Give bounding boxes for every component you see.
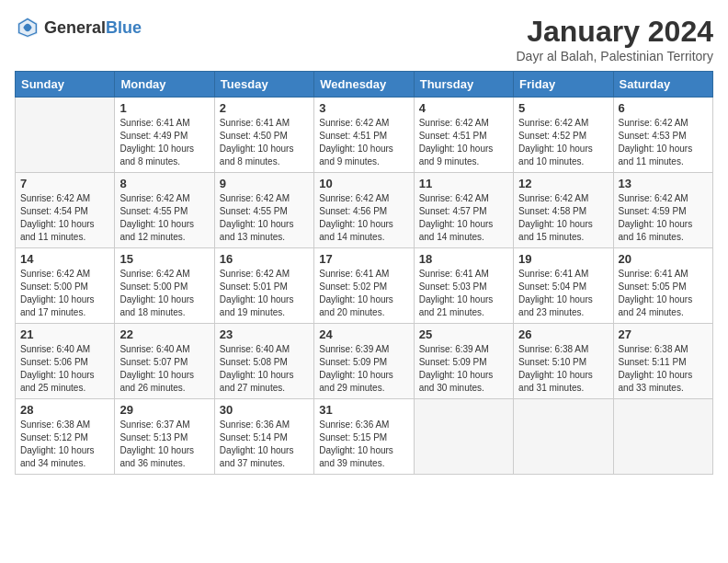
- day-number: 8: [119, 177, 209, 190]
- calendar-cell: 30Sunrise: 6:36 AM Sunset: 5:14 PM Dayli…: [214, 399, 313, 475]
- page-header: General Blue January 2024 Dayr al Balah,…: [15, 15, 713, 63]
- calendar-cell: 3Sunrise: 6:42 AM Sunset: 4:51 PM Daylig…: [314, 98, 414, 173]
- day-info: Sunrise: 6:38 AM Sunset: 5:12 PM Dayligh…: [20, 419, 109, 470]
- day-info: Sunrise: 6:42 AM Sunset: 5:01 PM Dayligh…: [220, 268, 309, 319]
- calendar-cell: 18Sunrise: 6:41 AM Sunset: 5:03 PM Dayli…: [414, 248, 513, 324]
- calendar-week-row: 21Sunrise: 6:40 AM Sunset: 5:06 PM Dayli…: [16, 324, 713, 399]
- day-number: 5: [518, 101, 608, 115]
- calendar-cell: 7Sunrise: 6:42 AM Sunset: 4:54 PM Daylig…: [16, 173, 115, 248]
- day-number: 10: [319, 177, 408, 190]
- day-info: Sunrise: 6:41 AM Sunset: 5:02 PM Dayligh…: [319, 268, 408, 319]
- day-number: 27: [619, 327, 708, 341]
- calendar-cell: 8Sunrise: 6:42 AM Sunset: 4:55 PM Daylig…: [115, 173, 214, 248]
- day-info: Sunrise: 6:40 AM Sunset: 5:08 PM Dayligh…: [220, 343, 309, 395]
- calendar-cell: 22Sunrise: 6:40 AM Sunset: 5:07 PM Dayli…: [115, 324, 214, 399]
- calendar-cell: 27Sunrise: 6:38 AM Sunset: 5:11 PM Dayli…: [613, 324, 712, 399]
- logo-text-general: General: [44, 18, 106, 38]
- day-info: Sunrise: 6:37 AM Sunset: 5:13 PM Dayligh…: [119, 419, 209, 470]
- day-info: Sunrise: 6:42 AM Sunset: 4:58 PM Dayligh…: [518, 192, 608, 244]
- day-info: Sunrise: 6:42 AM Sunset: 4:57 PM Dayligh…: [419, 192, 508, 244]
- day-number: 14: [20, 252, 109, 266]
- day-info: Sunrise: 6:41 AM Sunset: 5:03 PM Dayligh…: [419, 268, 508, 319]
- calendar-cell: [414, 399, 513, 475]
- month-title: January 2024: [516, 15, 713, 49]
- day-number: 4: [419, 101, 508, 115]
- day-number: 9: [220, 177, 309, 190]
- day-number: 18: [419, 252, 508, 266]
- day-info: Sunrise: 6:38 AM Sunset: 5:11 PM Dayligh…: [619, 343, 708, 395]
- day-number: 6: [619, 101, 708, 115]
- day-number: 1: [119, 101, 209, 115]
- day-number: 29: [119, 403, 209, 417]
- day-info: Sunrise: 6:42 AM Sunset: 5:00 PM Dayligh…: [119, 268, 209, 319]
- calendar-cell: 14Sunrise: 6:42 AM Sunset: 5:00 PM Dayli…: [16, 248, 115, 324]
- day-info: Sunrise: 6:39 AM Sunset: 5:09 PM Dayligh…: [319, 343, 408, 395]
- weekday-header: Sunday: [16, 72, 115, 98]
- day-number: 16: [220, 252, 309, 266]
- day-info: Sunrise: 6:41 AM Sunset: 5:04 PM Dayligh…: [518, 268, 608, 319]
- day-number: 21: [20, 327, 109, 341]
- calendar-cell: 31Sunrise: 6:36 AM Sunset: 5:15 PM Dayli…: [314, 399, 414, 475]
- calendar-cell: 23Sunrise: 6:40 AM Sunset: 5:08 PM Dayli…: [214, 324, 313, 399]
- calendar-cell: [514, 399, 613, 475]
- calendar-cell: 28Sunrise: 6:38 AM Sunset: 5:12 PM Dayli…: [16, 399, 115, 475]
- day-info: Sunrise: 6:41 AM Sunset: 4:50 PM Dayligh…: [220, 117, 309, 168]
- day-number: 25: [419, 327, 508, 341]
- calendar-cell: 17Sunrise: 6:41 AM Sunset: 5:02 PM Dayli…: [314, 248, 414, 324]
- day-info: Sunrise: 6:41 AM Sunset: 4:49 PM Dayligh…: [119, 117, 209, 168]
- day-number: 24: [319, 327, 408, 341]
- day-number: 7: [20, 177, 109, 190]
- logo-icon: [15, 15, 40, 40]
- weekday-header: Tuesday: [214, 72, 313, 98]
- calendar-cell: 10Sunrise: 6:42 AM Sunset: 4:56 PM Dayli…: [314, 173, 414, 248]
- weekday-header: Wednesday: [314, 72, 414, 98]
- day-number: 11: [419, 177, 508, 190]
- calendar-cell: 19Sunrise: 6:41 AM Sunset: 5:04 PM Dayli…: [514, 248, 613, 324]
- calendar-cell: 20Sunrise: 6:41 AM Sunset: 5:05 PM Dayli…: [613, 248, 712, 324]
- calendar-week-row: 28Sunrise: 6:38 AM Sunset: 5:12 PM Dayli…: [16, 399, 713, 475]
- day-info: Sunrise: 6:38 AM Sunset: 5:10 PM Dayligh…: [518, 343, 608, 395]
- day-info: Sunrise: 6:42 AM Sunset: 5:00 PM Dayligh…: [20, 268, 109, 319]
- calendar-week-row: 7Sunrise: 6:42 AM Sunset: 4:54 PM Daylig…: [16, 173, 713, 248]
- calendar-cell: 24Sunrise: 6:39 AM Sunset: 5:09 PM Dayli…: [314, 324, 414, 399]
- calendar-cell: [16, 98, 115, 173]
- calendar-cell: 1Sunrise: 6:41 AM Sunset: 4:49 PM Daylig…: [115, 98, 214, 173]
- day-number: 31: [319, 403, 408, 417]
- calendar-cell: 12Sunrise: 6:42 AM Sunset: 4:58 PM Dayli…: [514, 173, 613, 248]
- calendar-cell: 25Sunrise: 6:39 AM Sunset: 5:09 PM Dayli…: [414, 324, 513, 399]
- day-number: 30: [220, 403, 309, 417]
- title-block: January 2024 Dayr al Balah, Palestinian …: [516, 15, 713, 63]
- weekday-header: Friday: [514, 72, 613, 98]
- calendar-cell: [613, 399, 712, 475]
- calendar-cell: 29Sunrise: 6:37 AM Sunset: 5:13 PM Dayli…: [115, 399, 214, 475]
- day-info: Sunrise: 6:42 AM Sunset: 4:54 PM Dayligh…: [20, 192, 109, 244]
- weekday-header: Thursday: [414, 72, 513, 98]
- day-number: 23: [220, 327, 309, 341]
- calendar-cell: 13Sunrise: 6:42 AM Sunset: 4:59 PM Dayli…: [613, 173, 712, 248]
- day-number: 19: [518, 252, 608, 266]
- day-number: 26: [518, 327, 608, 341]
- calendar-cell: 21Sunrise: 6:40 AM Sunset: 5:06 PM Dayli…: [16, 324, 115, 399]
- calendar-cell: 16Sunrise: 6:42 AM Sunset: 5:01 PM Dayli…: [214, 248, 313, 324]
- weekday-header-row: SundayMondayTuesdayWednesdayThursdayFrid…: [16, 72, 713, 98]
- day-number: 28: [20, 403, 109, 417]
- calendar-cell: 6Sunrise: 6:42 AM Sunset: 4:53 PM Daylig…: [613, 98, 712, 173]
- calendar-table: SundayMondayTuesdayWednesdayThursdayFrid…: [15, 71, 713, 475]
- day-info: Sunrise: 6:42 AM Sunset: 4:51 PM Dayligh…: [419, 117, 508, 168]
- day-number: 15: [119, 252, 209, 266]
- day-info: Sunrise: 6:42 AM Sunset: 4:51 PM Dayligh…: [319, 117, 408, 168]
- calendar-cell: 11Sunrise: 6:42 AM Sunset: 4:57 PM Dayli…: [414, 173, 513, 248]
- day-info: Sunrise: 6:42 AM Sunset: 4:59 PM Dayligh…: [619, 192, 708, 244]
- day-info: Sunrise: 6:42 AM Sunset: 4:55 PM Dayligh…: [220, 192, 309, 244]
- day-number: 22: [119, 327, 209, 341]
- day-number: 12: [518, 177, 608, 190]
- day-info: Sunrise: 6:42 AM Sunset: 4:53 PM Dayligh…: [619, 117, 708, 168]
- calendar-cell: 26Sunrise: 6:38 AM Sunset: 5:10 PM Dayli…: [514, 324, 613, 399]
- calendar-week-row: 1Sunrise: 6:41 AM Sunset: 4:49 PM Daylig…: [16, 98, 713, 173]
- weekday-header: Monday: [115, 72, 214, 98]
- weekday-header: Saturday: [613, 72, 712, 98]
- calendar-week-row: 14Sunrise: 6:42 AM Sunset: 5:00 PM Dayli…: [16, 248, 713, 324]
- day-number: 17: [319, 252, 408, 266]
- day-info: Sunrise: 6:42 AM Sunset: 4:52 PM Dayligh…: [518, 117, 608, 168]
- day-info: Sunrise: 6:42 AM Sunset: 4:55 PM Dayligh…: [119, 192, 209, 244]
